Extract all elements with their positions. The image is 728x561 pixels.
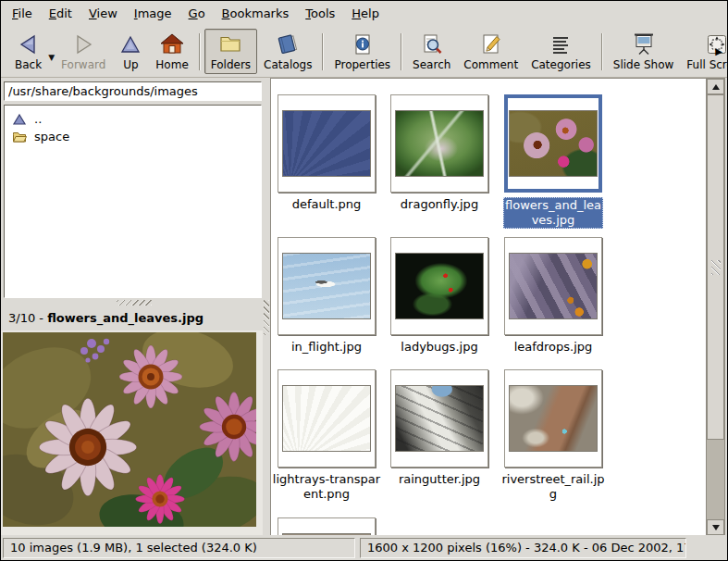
catalogs-book-icon bbox=[276, 32, 300, 56]
selection-info: 3/10 - flowers_and_leaves.jpg bbox=[1, 306, 267, 330]
thumbnail-card[interactable] bbox=[390, 94, 488, 193]
status-image-details: 1600 x 1200 pixels (16%) - 324.0 K - 06 … bbox=[360, 538, 686, 558]
catalogs-button[interactable]: Catalogs bbox=[257, 29, 318, 74]
folder-icon bbox=[12, 131, 27, 143]
thumbnail-label[interactable]: leafdrops.jpg bbox=[499, 340, 608, 355]
categories-list-icon bbox=[549, 32, 573, 56]
thumbnail-image bbox=[282, 110, 371, 177]
preview-image bbox=[3, 332, 256, 527]
thumbnail-label[interactable]: lightrays-transparent.png bbox=[272, 472, 381, 502]
thumbnail-image bbox=[395, 253, 484, 319]
thumbnail-card[interactable] bbox=[278, 237, 376, 335]
thumbnail-image bbox=[509, 110, 598, 177]
status-images-summary: 10 images (1.9 MB), 1 selected (324.0 K) bbox=[3, 538, 355, 558]
thumbnail-label[interactable]: dragonfly.jpg bbox=[385, 197, 494, 212]
vertical-splitter[interactable] bbox=[263, 78, 270, 536]
thumbnail-label[interactable]: default.png bbox=[272, 197, 381, 212]
toolbar-separator bbox=[322, 33, 324, 70]
back-history-dropdown[interactable]: ▼ bbox=[48, 41, 55, 62]
properties-button[interactable]: Properties bbox=[327, 29, 397, 74]
folder-list[interactable]: .. space bbox=[4, 105, 262, 298]
chevron-down-icon: ▼ bbox=[48, 53, 55, 62]
thumbnail-label[interactable]: in_flight.jpg bbox=[272, 340, 381, 355]
thumbnail-card[interactable] bbox=[390, 369, 488, 468]
toolbar-separator bbox=[199, 33, 201, 70]
folders-button[interactable]: Folders bbox=[204, 29, 257, 74]
folder-item-parent[interactable]: .. bbox=[5, 110, 261, 128]
toolbar-separator bbox=[401, 33, 402, 70]
back-button[interactable]: Back bbox=[8, 29, 48, 74]
preview-pane bbox=[1, 330, 267, 536]
image-browser: default.png dragonfly.jpg flowers_and_le… bbox=[270, 78, 725, 536]
toolbar-separator bbox=[601, 33, 603, 70]
arrow-up-icon bbox=[712, 84, 720, 90]
menubar: File Edit View Image Go Bookmarks Tools … bbox=[1, 1, 727, 26]
scrollbar-trough[interactable] bbox=[707, 440, 724, 519]
menu-view[interactable]: View bbox=[80, 3, 126, 24]
search-button[interactable]: Search bbox=[406, 29, 457, 74]
scrollbar-thumb[interactable] bbox=[707, 94, 724, 440]
sidebar: .. space 3/10 - flowers_and_leaves.jpg bbox=[1, 78, 267, 536]
thumbnail-image bbox=[509, 253, 598, 319]
thumbnail-image bbox=[395, 385, 484, 452]
thumbnail-image bbox=[509, 385, 598, 452]
arrow-down-icon bbox=[712, 525, 720, 530]
splitter-grip bbox=[117, 300, 152, 305]
thumbnail-image bbox=[282, 253, 371, 319]
menu-file[interactable]: File bbox=[4, 3, 41, 24]
scrollbar-grip bbox=[711, 260, 721, 275]
horizontal-splitter[interactable] bbox=[1, 298, 267, 306]
thumbnail-card[interactable] bbox=[390, 237, 488, 335]
menu-help[interactable]: Help bbox=[343, 3, 388, 24]
slide-show-button[interactable]: Slide Show bbox=[607, 29, 680, 74]
statusbar: 10 images (1.9 MB), 1 selected (324.0 K)… bbox=[1, 535, 727, 560]
properties-info-icon bbox=[351, 32, 375, 56]
thumbnail-image bbox=[282, 385, 371, 452]
menu-image[interactable]: Image bbox=[126, 3, 180, 24]
thumbnail-card[interactable] bbox=[504, 237, 602, 335]
up-button[interactable]: Up bbox=[112, 29, 149, 74]
folder-item-space[interactable]: space bbox=[5, 128, 261, 145]
thumbnail-label[interactable]: ladybugs.jpg bbox=[385, 340, 494, 355]
search-icon bbox=[420, 32, 444, 56]
menu-edit[interactable]: Edit bbox=[41, 3, 80, 24]
thumbnail-label[interactable]: riverstreet_rail.jpg bbox=[499, 472, 608, 502]
scroll-up-button[interactable] bbox=[707, 79, 724, 94]
menu-tools[interactable]: Tools bbox=[297, 3, 343, 24]
thumbnail-label[interactable]: raingutter.jpg bbox=[385, 472, 494, 487]
forward-arrow-icon bbox=[71, 32, 95, 56]
splitter-grip bbox=[264, 300, 269, 335]
thumbnail-card-selected[interactable] bbox=[504, 94, 602, 193]
menu-go[interactable]: Go bbox=[180, 3, 214, 24]
home-icon bbox=[160, 32, 184, 56]
slide-show-icon bbox=[632, 32, 656, 56]
vertical-scrollbar[interactable] bbox=[706, 79, 724, 535]
toolbar: Back ▼ Forward Up Home Folders Catalogs bbox=[1, 26, 727, 78]
up-arrow-icon bbox=[118, 32, 142, 56]
scroll-down-button[interactable] bbox=[707, 519, 724, 535]
path-input[interactable] bbox=[4, 81, 262, 101]
comment-button[interactable]: Comment bbox=[457, 29, 524, 74]
thumbnail-grid[interactable]: default.png dragonfly.jpg flowers_and_le… bbox=[271, 79, 706, 535]
comment-icon bbox=[479, 32, 503, 56]
thumbnail-card[interactable] bbox=[278, 369, 376, 468]
home-button[interactable]: Home bbox=[149, 29, 194, 74]
categories-button[interactable]: Categories bbox=[524, 29, 598, 74]
thumbnail-card[interactable] bbox=[504, 369, 602, 468]
folders-icon bbox=[218, 32, 242, 56]
gthumb-window: File Edit View Image Go Bookmarks Tools … bbox=[0, 0, 728, 561]
thumbnail-label-selected[interactable]: flowers_and_leaves.jpg bbox=[503, 197, 603, 229]
thumbnail-image bbox=[395, 110, 484, 177]
toolbar-overflow-arrow[interactable]: ▶ bbox=[715, 46, 722, 56]
thumbnail-card[interactable] bbox=[278, 517, 376, 535]
up-directory-icon bbox=[12, 113, 27, 126]
selected-filename: flowers_and_leaves.jpg bbox=[47, 311, 204, 325]
menu-bookmarks[interactable]: Bookmarks bbox=[214, 3, 298, 24]
back-arrow-icon bbox=[17, 32, 41, 56]
thumbnail-card[interactable] bbox=[278, 94, 376, 193]
forward-button[interactable]: Forward bbox=[55, 29, 112, 74]
